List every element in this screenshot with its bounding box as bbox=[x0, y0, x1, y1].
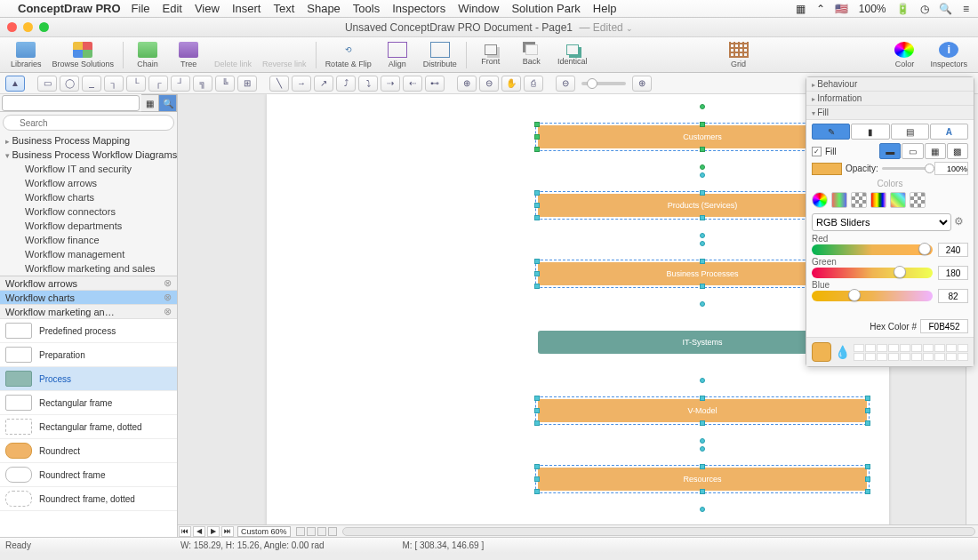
search-tab[interactable]: 🔍 bbox=[159, 94, 177, 112]
green-value[interactable] bbox=[938, 266, 968, 280]
zoom-select[interactable]: Custom 60% bbox=[237, 526, 291, 537]
line-tool-1[interactable]: ╲ bbox=[269, 76, 289, 92]
menu-help[interactable]: Help bbox=[593, 2, 617, 15]
grid-view-tab[interactable]: ▦ bbox=[141, 94, 159, 112]
red-value[interactable] bbox=[938, 243, 968, 257]
line-tool-2[interactable]: → bbox=[292, 76, 311, 92]
connector-tool-3[interactable]: └ bbox=[126, 76, 146, 92]
ellipse-tool[interactable]: ◯ bbox=[60, 76, 79, 92]
rect-tool[interactable]: ▭ bbox=[37, 76, 57, 92]
shape-item[interactable]: Rectangular frame bbox=[0, 391, 177, 415]
close-icon[interactable]: ⊗ bbox=[164, 306, 172, 317]
color-spectrum-icon[interactable] bbox=[870, 192, 886, 208]
identical-button[interactable]: Identical bbox=[557, 44, 588, 66]
flag-icon[interactable]: 🇺🇸 bbox=[835, 3, 848, 15]
color-crayons-icon[interactable] bbox=[890, 192, 906, 208]
wifi-icon[interactable]: ⌃ bbox=[816, 3, 825, 15]
fill-color-swatch[interactable] bbox=[812, 163, 842, 175]
hex-value[interactable] bbox=[920, 319, 968, 333]
shape-item[interactable]: Roundrect frame, dotted bbox=[0, 487, 177, 511]
front-button[interactable]: Front bbox=[476, 44, 506, 66]
line-tool-7[interactable]: ⇠ bbox=[403, 76, 422, 92]
clock-icon[interactable]: ◷ bbox=[920, 3, 929, 15]
align-button[interactable]: Align bbox=[382, 42, 413, 68]
line-tool-3[interactable]: ↗ bbox=[314, 76, 333, 92]
menu-text[interactable]: Text bbox=[273, 2, 294, 15]
grid-button[interactable]: Grid bbox=[724, 42, 754, 68]
color-button[interactable]: Color bbox=[889, 42, 919, 68]
line-tool-4[interactable]: ⤴ bbox=[336, 76, 356, 92]
color-wheel-icon[interactable] bbox=[812, 192, 828, 208]
hand-tool[interactable]: ✋ bbox=[501, 76, 521, 92]
shape-item[interactable]: Roundrect bbox=[0, 439, 177, 463]
current-color-swatch[interactable] bbox=[812, 342, 831, 362]
minimize-window[interactable] bbox=[23, 22, 33, 32]
search-input[interactable] bbox=[3, 115, 174, 131]
saved-swatches[interactable] bbox=[854, 344, 968, 361]
page-first[interactable]: ⏮ bbox=[179, 526, 191, 537]
rotate-flip-button[interactable]: ⟲Rotate & Flip bbox=[325, 42, 372, 68]
fill-solid[interactable]: ▬ bbox=[879, 143, 901, 159]
section-fill[interactable]: Fill bbox=[806, 106, 974, 120]
open-lib[interactable]: Workflow arrows⊗ bbox=[0, 276, 177, 291]
close-window[interactable] bbox=[7, 22, 17, 32]
tree-node[interactable]: Business Process Workflow Diagrams bbox=[0, 148, 177, 162]
canvas-shape[interactable]: V-Model bbox=[538, 399, 867, 422]
connector-tool-5[interactable]: ┘ bbox=[171, 76, 190, 92]
section-information[interactable]: Information bbox=[806, 92, 974, 106]
spotlight-icon[interactable]: 🔍 bbox=[939, 3, 952, 15]
color-mode-select[interactable]: RGB Sliders bbox=[812, 213, 951, 231]
menu-window[interactable]: Window bbox=[458, 2, 499, 15]
zoom-in-button[interactable]: ⊕ bbox=[632, 76, 652, 92]
chain-button[interactable]: Chain bbox=[132, 42, 163, 68]
menu-edit[interactable]: Edit bbox=[163, 2, 182, 15]
tree-child[interactable]: Workflow IT and security bbox=[0, 162, 177, 176]
zoom-out-button[interactable]: ⊖ bbox=[556, 76, 575, 92]
fill-pattern[interactable]: ▦ bbox=[925, 143, 946, 159]
section-behaviour[interactable]: Behaviour bbox=[806, 77, 974, 92]
pointer-tool[interactable]: ▲ bbox=[5, 76, 25, 92]
canvas-shape[interactable]: Resources bbox=[538, 468, 867, 491]
tree-button[interactable]: Tree bbox=[173, 42, 204, 68]
open-lib[interactable]: Workflow charts⊗ bbox=[0, 291, 177, 305]
connector-tool-1[interactable]: ⎯ bbox=[82, 76, 101, 92]
color-palette-icon[interactable] bbox=[851, 192, 867, 208]
fill-shadow-icon[interactable]: ▤ bbox=[891, 124, 929, 140]
fill-text-icon[interactable]: A bbox=[930, 124, 968, 140]
page-prev[interactable]: ◀ bbox=[193, 526, 205, 537]
fill-pen-icon[interactable]: ✎ bbox=[812, 124, 850, 140]
fill-bucket-icon[interactable]: ▮ bbox=[851, 124, 889, 140]
connector-tool-4[interactable]: ┌ bbox=[148, 76, 168, 92]
color-swatches-icon[interactable] bbox=[910, 192, 926, 208]
tree-child[interactable]: Workflow connectors bbox=[0, 204, 177, 219]
color-sliders-icon[interactable] bbox=[831, 192, 847, 208]
shape-item[interactable]: Roundrect frame bbox=[0, 463, 177, 487]
menu-file[interactable]: File bbox=[132, 2, 150, 15]
menu-view[interactable]: View bbox=[195, 2, 220, 15]
tree-node[interactable]: Business Process Mapping bbox=[0, 133, 177, 148]
close-icon[interactable]: ⊗ bbox=[164, 292, 172, 303]
shape-item[interactable]: Process bbox=[0, 367, 177, 391]
battery-icon[interactable]: 🔋 bbox=[896, 3, 910, 15]
spotlight-alt-icon[interactable]: ▦ bbox=[796, 3, 806, 15]
print-tool[interactable]: ⎙ bbox=[524, 76, 543, 92]
page-last[interactable]: ⏭ bbox=[221, 526, 234, 537]
line-tool-6[interactable]: ⇢ bbox=[381, 76, 400, 92]
fill-checkbox[interactable]: ✓ bbox=[812, 147, 822, 156]
menu-shape[interactable]: Shape bbox=[307, 2, 341, 15]
distribute-button[interactable]: Distribute bbox=[423, 42, 457, 68]
shape-item[interactable]: Preparation bbox=[0, 343, 177, 367]
tree-child[interactable]: Workflow departments bbox=[0, 219, 177, 233]
connector-tool-2[interactable]: ┐ bbox=[104, 76, 124, 92]
notifications-icon[interactable]: ≡ bbox=[963, 3, 969, 15]
open-lib[interactable]: Workflow marketing an…⊗ bbox=[0, 305, 177, 319]
tree-child[interactable]: Workflow marketing and sales bbox=[0, 261, 177, 276]
app-name[interactable]: ConceptDraw PRO bbox=[18, 2, 121, 15]
connector-tool-8[interactable]: ⊞ bbox=[237, 76, 257, 92]
horizontal-scrollbar[interactable] bbox=[342, 527, 975, 536]
opacity-value[interactable] bbox=[934, 162, 968, 175]
menu-tools[interactable]: Tools bbox=[353, 2, 380, 15]
line-tool-8[interactable]: ⊷ bbox=[425, 76, 445, 92]
menu-solution-park[interactable]: Solution Park bbox=[511, 2, 580, 15]
fill-image[interactable]: ▩ bbox=[947, 143, 968, 159]
